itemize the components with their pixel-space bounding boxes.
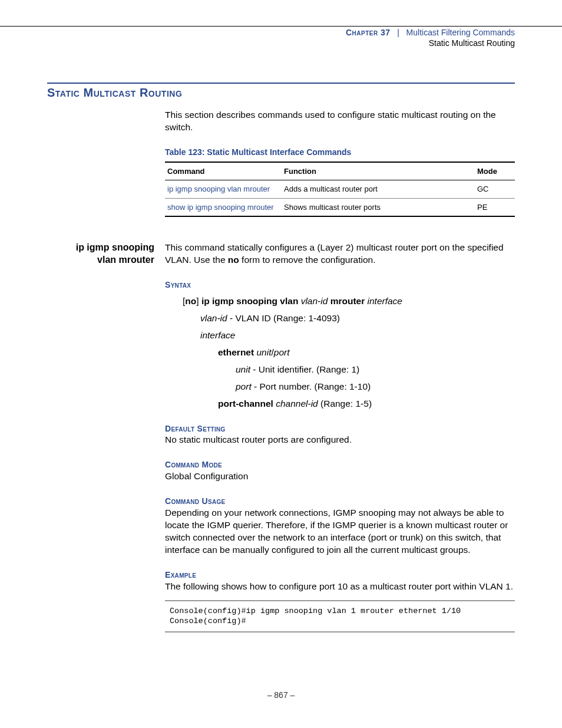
usage-text: Depending on your network connections, I… bbox=[165, 507, 515, 556]
cmd-link[interactable]: show ip igmp snooping mrouter bbox=[165, 198, 282, 216]
cmd-function: Adds a multicast router port bbox=[282, 180, 475, 199]
mode-heading: Command Mode bbox=[165, 459, 515, 470]
command-table: Command Function Mode ip igmp snooping v… bbox=[165, 162, 515, 218]
th-mode: Mode bbox=[475, 162, 515, 180]
mode-text: Global Configuration bbox=[165, 470, 515, 483]
syntax-param-port: port - Port number. (Range: 1-10) bbox=[236, 381, 515, 393]
syntax-portchannel: port-channel channel-id (Range: 1-5) bbox=[218, 398, 515, 410]
section-intro: This section describes commands used to … bbox=[165, 109, 515, 134]
default-text: No static multicast router ports are con… bbox=[165, 434, 515, 446]
default-heading: Default Setting bbox=[165, 423, 515, 434]
cmd-mode: GC bbox=[475, 180, 515, 199]
cmd-function: Shows multicast router ports bbox=[282, 198, 475, 216]
header-separator: | bbox=[393, 28, 404, 37]
page-header: Chapter 37 | Multicast Filtering Command… bbox=[0, 26, 562, 48]
chapter-title: Multicast Filtering Commands bbox=[406, 28, 515, 37]
command-block: ip igmp snooping vlan mrouter This comma… bbox=[47, 242, 515, 632]
cmd-mode: PE bbox=[475, 198, 515, 216]
header-subtitle: Static Multicast Routing bbox=[0, 38, 515, 48]
th-function: Function bbox=[282, 162, 475, 180]
table-row: ip igmp snooping vlan mrouter Adds a mul… bbox=[165, 180, 515, 199]
example-code: Console(config)#ip igmp snooping vlan 1 … bbox=[165, 600, 515, 633]
table-row: show ip igmp snooping mrouter Shows mult… bbox=[165, 198, 515, 216]
table-title: Table 123: Static Multicast Interface Co… bbox=[165, 147, 515, 158]
example-intro: The following shows how to configure por… bbox=[165, 581, 515, 593]
th-command: Command bbox=[165, 162, 282, 180]
page-footer: – 867 – bbox=[0, 690, 562, 700]
usage-heading: Command Usage bbox=[165, 496, 515, 507]
syntax-param-vlanid: vlan-id - VLAN ID (Range: 1-4093) bbox=[200, 312, 515, 325]
cmd-link[interactable]: ip igmp snooping vlan mrouter bbox=[165, 180, 282, 199]
command-description: This command statically configures a (La… bbox=[165, 242, 515, 266]
syntax-param-interface: interface bbox=[200, 330, 515, 342]
example-heading: Example bbox=[165, 569, 515, 581]
chapter-label: Chapter 37 bbox=[346, 28, 391, 37]
syntax-param-unit: unit - Unit identifier. (Range: 1) bbox=[236, 364, 515, 376]
syntax-line: [no] ip igmp snooping vlan vlan-id mrout… bbox=[183, 295, 515, 308]
syntax-ethernet: ethernet unit/port bbox=[218, 347, 515, 359]
command-name-margin: ip igmp snooping vlan mrouter bbox=[47, 242, 159, 266]
syntax-heading: Syntax bbox=[165, 279, 515, 291]
section-title: Static Multicast Routing bbox=[47, 83, 515, 100]
